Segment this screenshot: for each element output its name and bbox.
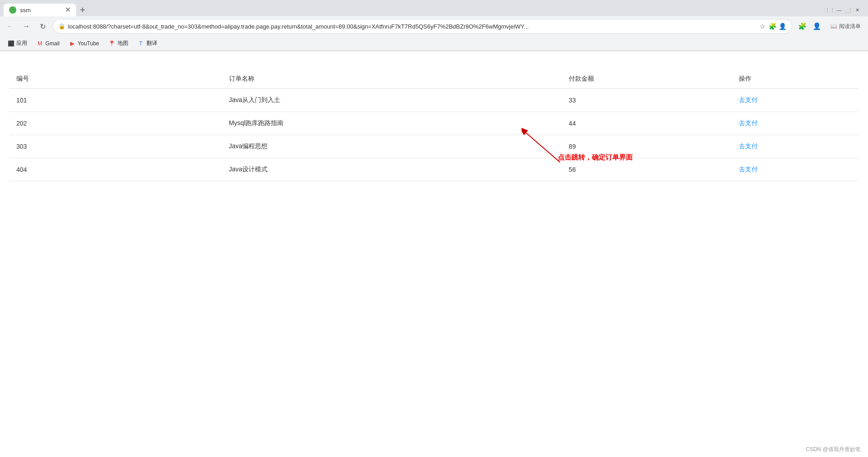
cell-action-3: 去支付 [731, 158, 859, 181]
close-button[interactable]: ✕ [853, 6, 861, 14]
cell-id-1: 202 [9, 112, 222, 135]
url-text: localhost:8088/?charset=utf-8&out_trade_… [68, 23, 756, 30]
minimize-button[interactable]: — [835, 6, 843, 14]
cell-id-2: 303 [9, 135, 222, 158]
maximize-button[interactable]: ⬜ [844, 6, 852, 14]
cell-amount-0: 33 [561, 89, 731, 112]
bookmark-maps-label: 地图 [117, 39, 128, 47]
bookmark-translate[interactable]: T 翻译 [134, 38, 161, 49]
bookmark-translate-label: 翻译 [146, 39, 157, 47]
table-row: 101Java从入门到入土33去支付 [9, 89, 859, 112]
gmail-icon: M [36, 40, 44, 47]
table-row: 303Java编程思想89去支付 [9, 135, 859, 158]
pay-button-3[interactable]: 去支付 [739, 165, 758, 173]
profile-icon[interactable]: 👤 [778, 22, 786, 30]
cell-amount-2: 89 [561, 135, 731, 158]
cell-name-3: Java设计模式 [222, 158, 562, 181]
cell-name-2: Java编程思想 [222, 135, 562, 158]
address-bar-row: ← → ↻ 🔒 localhost:8088/?charset=utf-8&ou… [0, 16, 868, 36]
window-controls: ⋮⋮ — ⬜ ✕ [826, 6, 864, 14]
browser-chrome: ssm ✕ + ⋮⋮ — ⬜ ✕ ← → ↻ 🔒 localhost:8088/… [0, 0, 868, 51]
table-header-row: 编号 订单名称 付款金额 操作 [9, 69, 859, 89]
bookmarks-bar: ⬛ 应用 M Gmail ▶ YouTube 📍 地图 T 翻译 [0, 36, 868, 51]
lock-icon: 🔒 [59, 23, 65, 29]
extensions-icon[interactable]: 🧩 [768, 22, 776, 30]
back-button[interactable]: ← [4, 20, 16, 33]
col-header-name: 订单名称 [222, 69, 562, 89]
forward-button[interactable]: → [20, 20, 33, 33]
address-bar[interactable]: 🔒 localhost:8088/?charset=utf-8&out_trad… [53, 19, 792, 34]
maps-icon: 📍 [108, 40, 116, 47]
pay-button-2[interactable]: 去支付 [739, 142, 758, 150]
active-tab[interactable]: ssm ✕ [4, 4, 76, 16]
cell-action-0: 去支付 [731, 89, 859, 112]
table-row: 202Mysql跑库跑路指南44去支付 [9, 112, 859, 135]
cell-id-3: 404 [9, 158, 222, 181]
reading-list-button[interactable]: 📖 阅读清单 [827, 21, 864, 32]
extensions-button[interactable]: 🧩 [796, 20, 809, 33]
youtube-icon: ▶ [68, 40, 76, 47]
col-header-id: 编号 [9, 69, 222, 89]
col-header-action: 操作 [731, 69, 859, 89]
tab-close-button[interactable]: ✕ [65, 6, 71, 14]
cell-amount-1: 44 [561, 112, 731, 135]
cell-name-1: Mysql跑库跑路指南 [222, 112, 562, 135]
tab-title: ssm [20, 7, 61, 14]
bookmark-gmail-label: Gmail [45, 40, 59, 47]
tab-bar: ssm ✕ + ⋮⋮ — ⬜ ✕ [0, 0, 868, 16]
table-body: 101Java从入门到入土33去支付202Mysql跑库跑路指南44去支付303… [9, 89, 859, 181]
pay-button-0[interactable]: 去支付 [739, 96, 758, 103]
new-tab-button[interactable]: + [76, 4, 89, 16]
bookmark-apps-label: 应用 [16, 39, 27, 47]
bookmark-maps[interactable]: 📍 地图 [105, 38, 132, 49]
cell-action-2: 去支付 [731, 135, 859, 158]
reading-list-label: 阅读清单 [839, 23, 861, 30]
col-header-amount: 付款金额 [561, 69, 731, 89]
table-header: 编号 订单名称 付款金额 操作 [9, 69, 859, 89]
cell-action-1: 去支付 [731, 112, 859, 135]
bookmark-apps[interactable]: ⬛ 应用 [4, 38, 31, 49]
cell-id-0: 101 [9, 89, 222, 112]
bookmark-youtube-label: YouTube [78, 40, 99, 47]
cell-amount-3: 56 [561, 158, 731, 181]
browser-action-icons: 🧩 👤 [796, 20, 823, 33]
translate-icon: T [137, 40, 145, 47]
pay-button-1[interactable]: 去支付 [739, 119, 758, 126]
reading-list-icon: 📖 [830, 23, 837, 29]
bookmark-star-icon[interactable]: ☆ [758, 22, 766, 30]
apps-icon: ⬛ [7, 40, 15, 47]
bookmark-youtube[interactable]: ▶ YouTube [65, 39, 102, 49]
address-bar-icons: ☆ 🧩 👤 [758, 22, 786, 30]
page-content: 编号 订单名称 付款金额 操作 101Java从入门到入土33去支付202Mys… [0, 51, 868, 190]
window-dots-icon[interactable]: ⋮⋮ [826, 6, 834, 14]
orders-table: 编号 订单名称 付款金额 操作 101Java从入门到入土33去支付202Mys… [9, 69, 859, 181]
table-row: 404Java设计模式56去支付 [9, 158, 859, 181]
profile-button[interactable]: 👤 [810, 20, 823, 33]
bookmark-gmail[interactable]: M Gmail [33, 39, 63, 49]
reload-button[interactable]: ↻ [36, 20, 49, 33]
cell-name-0: Java从入门到入土 [222, 89, 562, 112]
tab-favicon [9, 6, 16, 14]
